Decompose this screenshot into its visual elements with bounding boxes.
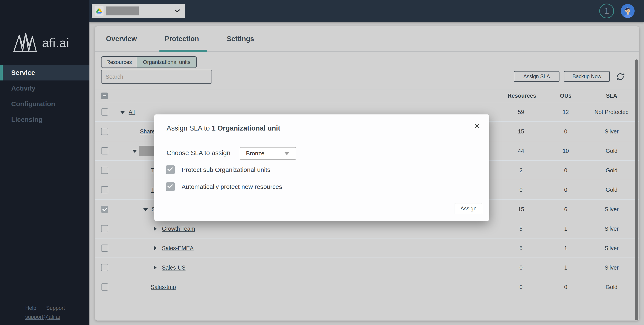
sidebar-item-licensing[interactable]: Licensing (0, 112, 90, 127)
ou-link[interactable]: Sales-EMEA (162, 239, 194, 258)
avatar[interactable] (621, 4, 634, 18)
topbar: 1 (90, 0, 644, 22)
ous-count: 1 (552, 239, 579, 258)
assign-sla-button[interactable]: Assign SLA (514, 71, 560, 82)
ous-count: 0 (552, 277, 579, 297)
dialog-title: Assign SLA to 1 Organizational unit (166, 124, 280, 132)
collapse-icon[interactable] (120, 111, 125, 114)
resources-count: 0 (508, 180, 534, 200)
ou-link[interactable]: Sales-tmp (151, 277, 176, 297)
expand-icon[interactable] (154, 246, 156, 251)
table-row-sales-us: Sales-US 0 1 Silver (95, 258, 639, 277)
app-root: afi.ai Service Activity Configuration Li… (0, 0, 644, 325)
close-icon[interactable]: ✕ (473, 122, 481, 131)
sidebar-item-configuration[interactable]: Configuration (0, 96, 90, 112)
table-row-sales-emea: Sales-EMEA 5 1 Silver (95, 239, 639, 258)
ous-count: 1 (552, 258, 579, 277)
expand-icon[interactable] (154, 265, 156, 270)
assign-button[interactable]: Assign (454, 203, 482, 214)
tab-settings[interactable]: Settings (220, 26, 260, 51)
sla-select-value: Bronze (246, 148, 264, 159)
toggle-organizational-units[interactable]: Organizational units (137, 57, 196, 67)
resources-count: 0 (508, 277, 534, 297)
logo-text: afi.ai (42, 36, 69, 50)
ous-count: 6 (552, 200, 579, 219)
collapse-icon[interactable] (132, 150, 137, 153)
sidebar-nav: Service Activity Configuration Licensing (0, 65, 90, 127)
resources-count: 15 (508, 122, 534, 141)
active-tab-underline (160, 50, 207, 52)
row-checkbox[interactable] (101, 206, 108, 213)
row-checkbox[interactable] (101, 284, 108, 291)
backup-now-button[interactable]: Backup Now (564, 71, 610, 82)
sidebar: afi.ai Service Activity Configuration Li… (0, 0, 90, 325)
sla-value: Gold (584, 161, 640, 180)
auto-protect-checkbox[interactable] (166, 182, 175, 191)
ous-count: 0 (552, 122, 579, 141)
sidebar-item-activity[interactable]: Activity (0, 80, 90, 96)
row-checkbox[interactable] (101, 128, 108, 135)
ous-count: 0 (552, 180, 579, 200)
column-header-ous: OUs (552, 89, 579, 102)
sla-value: Not Protected (584, 102, 640, 122)
collapse-icon[interactable] (143, 208, 148, 211)
google-drive-icon (94, 6, 104, 16)
column-header-sla: SLA (584, 89, 640, 102)
select-all-checkbox[interactable] (101, 92, 108, 99)
sla-value: Silver (584, 122, 640, 141)
resources-count: 59 (508, 102, 534, 122)
select-caret-icon (284, 152, 289, 155)
ou-link[interactable]: All (128, 102, 135, 122)
ous-count: 10 (552, 141, 579, 161)
notification-badge[interactable]: 1 (599, 3, 614, 18)
search-input[interactable] (101, 70, 212, 84)
row-checkbox[interactable] (101, 264, 108, 271)
help-link[interactable]: Help (25, 305, 36, 311)
row-checkbox[interactable] (101, 147, 108, 154)
resources-count: 5 (508, 219, 534, 239)
sla-value: Silver (584, 258, 640, 277)
ou-link[interactable]: Sales-US (162, 258, 186, 277)
refresh-icon[interactable] (615, 71, 626, 82)
resources-count: 5 (508, 239, 534, 258)
sla-value: Gold (584, 180, 640, 200)
support-link[interactable]: Support (46, 305, 65, 311)
sla-value: Silver (584, 200, 640, 219)
logo: afi.ai (12, 33, 69, 53)
row-checkbox[interactable] (101, 186, 108, 193)
sidebar-item-service[interactable]: Service (0, 65, 90, 80)
ou-link[interactable]: T (151, 180, 154, 200)
table-header: Resources OUs SLA (95, 89, 639, 102)
resources-count: 44 (508, 141, 534, 161)
tab-protection[interactable]: Protection (155, 26, 209, 51)
expand-icon[interactable] (154, 226, 156, 231)
sla-select[interactable]: Bronze (240, 147, 296, 160)
tab-overview[interactable]: Overview (99, 26, 144, 51)
row-checkbox[interactable] (101, 167, 108, 174)
row-checkbox[interactable] (101, 108, 108, 116)
workspace-selector[interactable] (92, 4, 185, 18)
protect-sub-ou-label: Protect sub Organizational units (182, 165, 270, 174)
sla-value: Gold (584, 277, 640, 297)
column-header-resources: Resources (508, 89, 534, 102)
protect-sub-ou-checkbox[interactable] (166, 165, 175, 174)
table-row-sales-tmp: Sales-tmp 0 0 Gold (95, 277, 639, 297)
toggle-resources[interactable]: Resources (102, 57, 137, 67)
sidebar-footer: HelpSupport support@afi.ai (25, 305, 75, 320)
tab-bar: Overview Protection Settings (95, 26, 639, 52)
resources-count: 15 (508, 200, 534, 219)
vertical-scrollbar[interactable] (635, 59, 638, 320)
assign-sla-dialog: Assign SLA to 1 Organizational unit ✕ Ch… (154, 114, 489, 221)
ous-count: 0 (552, 161, 579, 180)
sla-value: Gold (584, 141, 640, 161)
ou-link[interactable]: T (151, 161, 154, 180)
ous-count: 1 (552, 219, 579, 239)
ou-link[interactable]: Growth Team (162, 219, 195, 239)
ou-link[interactable]: Share (140, 122, 155, 141)
dialog-title-emphasis: 1 Organizational unit (212, 124, 280, 132)
chevron-down-icon (174, 9, 180, 14)
row-checkbox[interactable] (101, 225, 108, 232)
row-checkbox[interactable] (101, 245, 108, 252)
table-row-growth-team: Growth Team 5 1 Silver (95, 219, 639, 239)
support-email-link[interactable]: support@afi.ai (25, 314, 75, 320)
